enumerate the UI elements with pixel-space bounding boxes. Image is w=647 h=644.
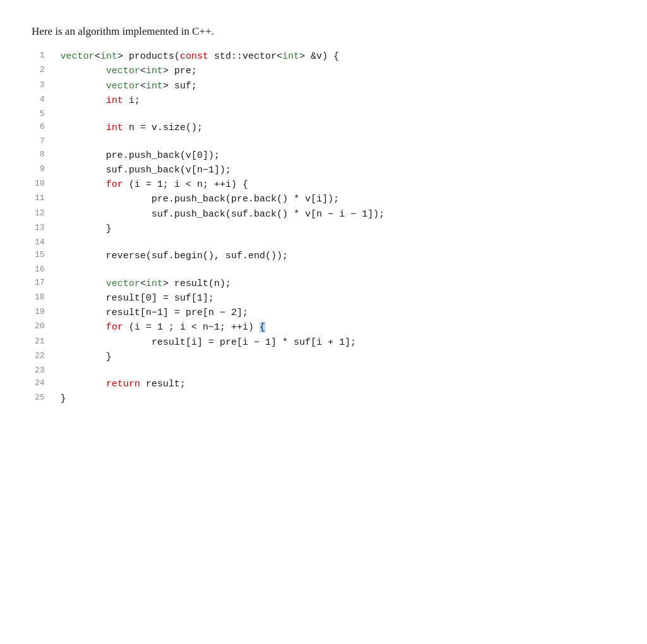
table-row: 2 vector<int> pre; (32, 64, 615, 78)
line-code: reverse(suf.begin(), suf.end()); (57, 249, 615, 263)
line-code: result[i] = pre[i − 1] * suf[i + 1]; (57, 335, 615, 350)
line-number: 12 (32, 207, 57, 222)
table-row: 22 } (32, 350, 615, 364)
table-row: 3 vector<int> suf; (32, 79, 615, 93)
line-number: 24 (32, 377, 57, 391)
table-row: 1 vector<int> products(const std::vector… (32, 49, 615, 64)
table-row: 25 } (32, 391, 615, 406)
line-number: 13 (32, 222, 57, 236)
line-number: 1 (32, 49, 57, 64)
line-number: 25 (32, 391, 57, 406)
table-row: 10 for (i = 1; i < n; ++i) { (32, 177, 615, 192)
line-code (57, 263, 615, 276)
line-number: 16 (32, 263, 57, 276)
table-row: 18 result[0] = suf[1]; (32, 291, 615, 306)
line-number: 23 (32, 364, 57, 377)
line-number: 6 (32, 121, 57, 135)
line-code: vector<int> result(n); (57, 277, 615, 291)
table-row: 11 pre.push_back(pre.back() * v[i]); (32, 192, 615, 206)
line-number: 14 (32, 236, 57, 249)
line-code: } (57, 222, 615, 236)
line-code (57, 108, 615, 121)
code-table: 1 vector<int> products(const std::vector… (32, 49, 615, 407)
line-code: } (57, 350, 615, 364)
table-row: 23 (32, 364, 615, 377)
line-code: for (i = 1 ; i < n−1; ++i) { (57, 320, 615, 335)
table-row: 12 suf.push_back(suf.back() * v[n − i − … (32, 207, 615, 222)
line-number: 17 (32, 277, 57, 291)
table-row: 14 (32, 236, 615, 249)
line-number: 2 (32, 64, 57, 78)
line-code (57, 236, 615, 249)
code-block: 1 vector<int> products(const std::vector… (32, 49, 615, 407)
line-code: pre.push_back(v[0]); (57, 148, 615, 163)
line-code: for (i = 1; i < n; ++i) { (57, 177, 615, 192)
line-code: pre.push_back(pre.back() * v[i]); (57, 192, 615, 206)
table-row: 6 int n = v.size(); (32, 121, 615, 135)
line-code: vector<int> pre; (57, 64, 615, 78)
table-row: 17 vector<int> result(n); (32, 277, 615, 291)
table-row: 19 result[n−1] = pre[n − 2]; (32, 306, 615, 320)
line-number: 11 (32, 192, 57, 206)
line-code: vector<int> suf; (57, 79, 615, 93)
table-row: 13 } (32, 222, 615, 236)
line-code: } (57, 391, 615, 406)
table-row: 24 return result; (32, 377, 615, 391)
table-row: 9 suf.push_back(v[n−1]); (32, 163, 615, 177)
line-code (57, 135, 615, 148)
line-code (57, 364, 615, 377)
line-code: result[n−1] = pre[n − 2]; (57, 306, 615, 320)
line-code: result[0] = suf[1]; (57, 291, 615, 306)
table-row: 15 reverse(suf.begin(), suf.end()); (32, 249, 615, 263)
table-row: 5 (32, 108, 615, 121)
line-code: vector<int> products(const std::vector<i… (57, 49, 615, 64)
line-number: 20 (32, 320, 57, 335)
table-row: 20 for (i = 1 ; i < n−1; ++i) { (32, 320, 615, 335)
table-row: 4 int i; (32, 93, 615, 108)
line-number: 5 (32, 108, 57, 121)
line-code: int i; (57, 93, 615, 108)
table-row: 7 (32, 135, 615, 148)
line-number: 15 (32, 249, 57, 263)
line-number: 10 (32, 177, 57, 192)
line-number: 18 (32, 291, 57, 306)
line-number: 21 (32, 335, 57, 350)
table-row: 21 result[i] = pre[i − 1] * suf[i + 1]; (32, 335, 615, 350)
line-code: suf.push_back(suf.back() * v[n − i − 1])… (57, 207, 615, 222)
line-number: 22 (32, 350, 57, 364)
intro-paragraph: Here is an algorithm implemented in C++. (32, 25, 615, 38)
line-code: suf.push_back(v[n−1]); (57, 163, 615, 177)
line-number: 9 (32, 163, 57, 177)
table-row: 16 (32, 263, 615, 276)
line-number: 3 (32, 79, 57, 93)
line-number: 4 (32, 93, 57, 108)
line-number: 19 (32, 306, 57, 320)
table-row: 8 pre.push_back(v[0]); (32, 148, 615, 163)
line-code: int n = v.size(); (57, 121, 615, 135)
line-code: return result; (57, 377, 615, 391)
line-number: 7 (32, 135, 57, 148)
line-number: 8 (32, 148, 57, 163)
